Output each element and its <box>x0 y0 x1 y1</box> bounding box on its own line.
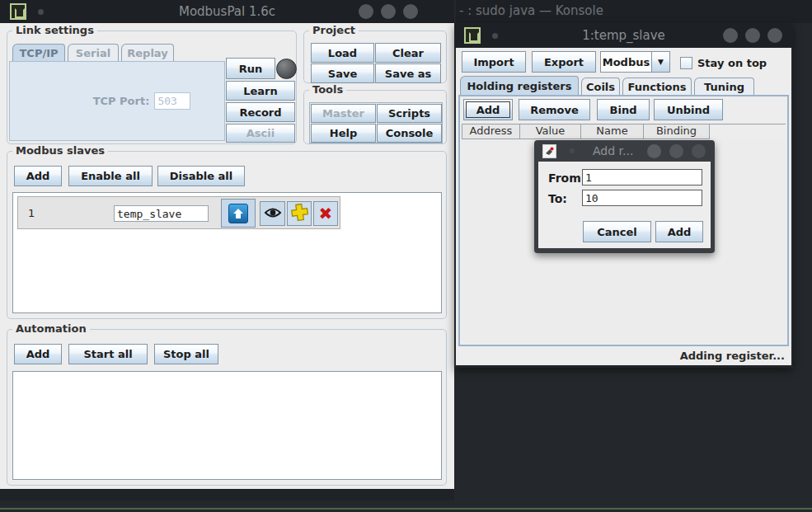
tab-tuning[interactable]: Tuning <box>694 78 754 95</box>
registers-table-header: Address Value Name Binding <box>462 124 786 139</box>
dialog-add-label: Add <box>668 226 692 238</box>
tab-replay-label: Replay <box>127 47 167 59</box>
slave-add-label: Add <box>26 170 50 182</box>
console-button[interactable]: Console <box>377 124 442 143</box>
modbus-mode-value: Modbus <box>601 52 652 72</box>
register-add-button[interactable]: Add <box>463 99 513 120</box>
to-input[interactable] <box>582 190 702 206</box>
start-all-button[interactable]: Start all <box>68 344 148 364</box>
add-registers-dialog: Add r... From: To: Cancel Add <box>534 140 715 253</box>
automation-add-button[interactable]: Add <box>14 344 62 364</box>
tab-tuning-label: Tuning <box>704 81 744 93</box>
enable-all-button[interactable]: Enable all <box>68 166 153 186</box>
dialog-app-icon <box>542 144 556 158</box>
run-label: Run <box>239 63 263 75</box>
tab-functions[interactable]: Functions <box>622 78 692 95</box>
tab-serial-label: Serial <box>76 47 110 59</box>
ascii-button[interactable]: Ascii <box>226 124 295 143</box>
minimize-button[interactable] <box>647 144 661 158</box>
scripts-button[interactable]: Scripts <box>377 104 442 123</box>
desktop-bottom-line <box>0 508 812 510</box>
slave-row[interactable]: 1 <box>17 196 340 229</box>
clear-label: Clear <box>392 47 424 59</box>
tab-serial[interactable]: Serial <box>68 44 119 61</box>
dialog-add-button[interactable]: Add <box>655 221 703 242</box>
chevron-down-icon[interactable]: ▼ <box>652 52 669 72</box>
tools-button-grid: Master Scripts Help Console <box>309 102 443 143</box>
modbuspal-titlebar[interactable]: ModbusPal 1.6c <box>0 0 454 23</box>
help-button[interactable]: Help <box>311 124 376 143</box>
export-button[interactable]: Export <box>532 51 596 73</box>
temp-slave-titlebar[interactable]: 1:temp_slave <box>454 23 793 48</box>
clear-button[interactable]: Clear <box>375 43 441 63</box>
close-button[interactable] <box>692 144 706 158</box>
stay-on-top-checkbox[interactable] <box>680 57 692 69</box>
slave-add-button[interactable]: Add <box>14 166 62 186</box>
tcp-port-input[interactable] <box>154 92 190 110</box>
modbuspal-content: Link settings TCP/IP Serial Replay TCP P… <box>0 23 454 489</box>
record-button[interactable]: Record <box>226 102 295 122</box>
export-label: Export <box>544 56 584 68</box>
tab-holding-registers[interactable]: Holding registers <box>460 76 579 95</box>
col-binding[interactable]: Binding <box>644 124 710 139</box>
tcpip-panel: TCP Port: <box>9 61 225 141</box>
learn-button[interactable]: Learn <box>226 81 295 101</box>
master-label: Master <box>322 107 364 120</box>
save-as-label: Save as <box>385 68 431 80</box>
window-menu-icon[interactable] <box>464 27 481 44</box>
register-bind-button[interactable]: Bind <box>597 99 650 120</box>
slave-id: 1 <box>28 207 35 219</box>
col-value[interactable]: Value <box>520 124 581 139</box>
slave-delete-button[interactable]: ✖ <box>313 201 338 226</box>
from-input[interactable] <box>582 169 702 186</box>
run-button[interactable]: Run <box>226 58 275 79</box>
dialog-cancel-button[interactable]: Cancel <box>583 221 651 242</box>
modbuspal-window: ModbusPal 1.6c Link settings TCP/IP Seri… <box>0 0 454 500</box>
ascii-label: Ascii <box>246 127 275 139</box>
save-button[interactable]: Save <box>311 63 374 83</box>
slave-add-register-button[interactable] <box>287 201 312 226</box>
register-remove-button[interactable]: Remove <box>519 99 590 120</box>
disable-all-label: Disable all <box>170 170 233 182</box>
dialog-titlebar[interactable]: Add r... <box>534 140 715 162</box>
tab-tcpip[interactable]: TCP/IP <box>12 44 65 61</box>
tab-replay[interactable]: Replay <box>121 44 174 61</box>
master-button[interactable]: Master <box>311 104 376 123</box>
tab-holding-label: Holding registers <box>467 80 571 92</box>
dialog-title: Add r... <box>593 144 633 157</box>
automation-list <box>12 371 442 480</box>
slave-eye-button[interactable] <box>260 201 285 226</box>
slave-name-input[interactable] <box>114 205 209 222</box>
load-label: Load <box>328 47 357 59</box>
tools-group: Tools Master Scripts Help Console <box>303 90 447 144</box>
col-name[interactable]: Name <box>581 124 644 139</box>
disable-all-button[interactable]: Disable all <box>157 166 245 186</box>
project-group: Project Load Clear Save Save as <box>303 31 447 83</box>
modbus-slaves-group: Modbus slaves Add Enable all Disable all… <box>7 151 447 319</box>
plus-icon <box>290 203 308 224</box>
to-label: To: <box>548 192 567 205</box>
status-bar: Adding register... <box>456 346 791 365</box>
tab-coils[interactable]: Coils <box>581 78 620 95</box>
modbuspal-window-title: ModbusPal 1.6c <box>0 4 454 19</box>
link-settings-group: Link settings TCP/IP Serial Replay TCP P… <box>7 31 297 144</box>
link-settings-title: Link settings <box>12 24 97 36</box>
tools-title: Tools <box>309 83 346 96</box>
register-bind-label: Bind <box>610 104 637 116</box>
tcp-port-label: TCP Port: <box>93 95 150 107</box>
stop-all-button[interactable]: Stop all <box>154 344 218 364</box>
import-button[interactable]: Import <box>462 51 526 73</box>
col-address[interactable]: Address <box>462 124 520 139</box>
window-menu-icon[interactable] <box>10 3 26 20</box>
load-button[interactable]: Load <box>311 43 374 63</box>
register-unbind-button[interactable]: Unbind <box>654 99 723 120</box>
konsole-titlebar: - : sudo java — Konsole <box>456 0 812 23</box>
automation-group: Automation Add Start all Stop all <box>7 329 447 486</box>
modbus-mode-select[interactable]: Modbus ▼ <box>600 51 670 73</box>
stay-on-top-label: Stay on top <box>697 57 767 69</box>
tab-tcpip-label: TCP/IP <box>19 47 58 59</box>
maximize-button[interactable] <box>669 144 683 158</box>
slave-enable-toggle[interactable] <box>221 199 256 228</box>
save-as-button[interactable]: Save as <box>375 63 441 83</box>
from-label: From: <box>548 171 585 185</box>
